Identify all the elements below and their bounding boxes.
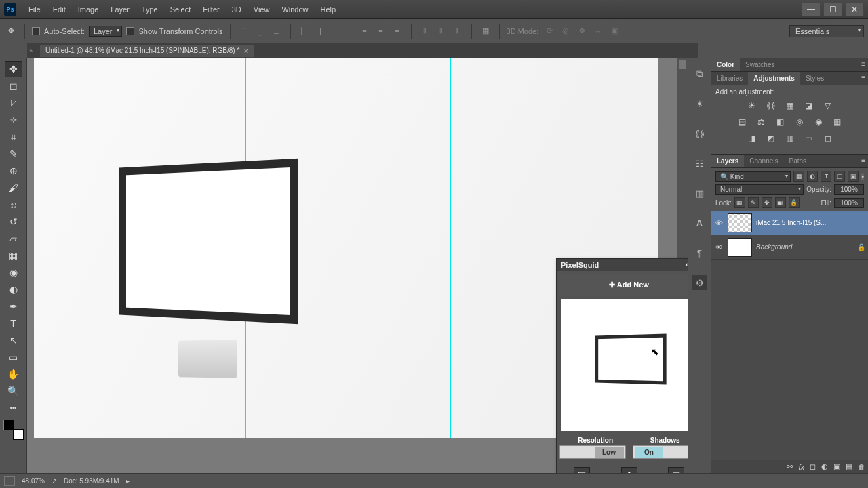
- menu-edit[interactable]: Edit: [47, 3, 71, 16]
- layer-filter-kind[interactable]: 🔍 Kind: [715, 171, 791, 182]
- visibility-icon[interactable]: 👁: [714, 219, 724, 227]
- filter-adjust-icon[interactable]: ◐: [807, 171, 818, 182]
- 3d-camera-icon[interactable]: ▣: [608, 24, 621, 38]
- tab-styles[interactable]: Styles: [800, 72, 829, 85]
- threshold-icon[interactable]: ▥: [783, 132, 797, 144]
- visibility-icon[interactable]: 👁: [714, 243, 724, 251]
- posterize-icon[interactable]: ◩: [764, 132, 778, 144]
- resolution-toggle[interactable]: Low: [559, 445, 626, 459]
- fill-value[interactable]: 100%: [834, 198, 864, 208]
- zoom-level[interactable]: 48.07%: [22, 477, 45, 485]
- dodge-tool[interactable]: ◐: [5, 281, 22, 298]
- layer-mask-icon[interactable]: ◻: [810, 462, 816, 471]
- clone-tool[interactable]: ⎌: [5, 197, 22, 213]
- layer-thumbnail[interactable]: [728, 238, 752, 257]
- histogram-panel-icon[interactable]: ⟪⟫: [692, 126, 707, 141]
- menu-file[interactable]: File: [23, 3, 46, 16]
- eraser-tool[interactable]: ▱: [5, 230, 22, 247]
- tab-channels[interactable]: Channels: [744, 155, 783, 167]
- invert-icon[interactable]: ◨: [745, 132, 759, 144]
- menu-image[interactable]: Image: [73, 3, 104, 16]
- tab-layers[interactable]: Layers: [711, 155, 744, 167]
- layer-row[interactable]: 👁 iMac 21.5 Inch-I15 (S...: [711, 211, 868, 235]
- distribute-vcenter-icon[interactable]: ≡: [374, 24, 388, 38]
- background-color-swatch[interactable]: [13, 429, 24, 440]
- document-close-icon[interactable]: ×: [243, 47, 248, 55]
- auto-select-checkbox[interactable]: [32, 27, 40, 35]
- embed-smart-object-button[interactable]: ▤ Embed Smart Object: [558, 467, 606, 473]
- brightness-panel-icon[interactable]: ☀: [692, 96, 707, 111]
- 3d-slide-icon[interactable]: ↔: [591, 24, 605, 38]
- tab-libraries[interactable]: Libraries: [711, 72, 748, 85]
- tab-adjustments[interactable]: Adjustments: [748, 72, 800, 85]
- selective-color-icon[interactable]: ◻: [821, 132, 835, 144]
- layer-name[interactable]: Background: [756, 243, 853, 251]
- opacity-value[interactable]: 100%: [834, 184, 864, 195]
- new-adjustment-icon[interactable]: ◐: [821, 462, 828, 471]
- minimize-button[interactable]: —: [802, 3, 821, 16]
- menu-filter[interactable]: Filter: [197, 3, 224, 16]
- foreground-color-swatch[interactable]: [3, 420, 14, 430]
- distribute-left-icon[interactable]: ⦀: [418, 24, 432, 38]
- lock-position-icon[interactable]: ✥: [762, 197, 772, 208]
- panel-menu-icon[interactable]: ≡: [861, 74, 865, 81]
- 3d-roll-icon[interactable]: ◎: [559, 24, 572, 38]
- history-panel-icon[interactable]: ⧉: [692, 66, 707, 81]
- info-panel-icon[interactable]: ☷: [692, 156, 707, 171]
- close-button[interactable]: ✕: [845, 3, 864, 16]
- levels-icon[interactable]: ⟪⟫: [764, 100, 778, 112]
- distribute-bottom-icon[interactable]: ≡: [391, 24, 404, 38]
- proof-icon[interactable]: [4, 476, 15, 486]
- move-tool[interactable]: ✥: [5, 61, 22, 77]
- filter-smart-icon[interactable]: ▣: [848, 171, 859, 182]
- doc-size[interactable]: Doc: 5.93M/9.41M: [64, 477, 119, 485]
- imac-object[interactable]: [108, 163, 312, 380]
- properties-panel-icon[interactable]: ▥: [692, 186, 707, 201]
- shape-tool[interactable]: ▭: [5, 349, 22, 365]
- menu-view[interactable]: View: [248, 3, 275, 16]
- align-top-icon[interactable]: ⎺: [237, 24, 251, 38]
- eyedropper-tool[interactable]: ✎: [5, 146, 22, 162]
- panel-menu-icon[interactable]: ≡: [861, 60, 865, 68]
- type-tool[interactable]: T: [5, 315, 22, 331]
- filter-toggle-icon[interactable]: •: [861, 173, 864, 180]
- new-group-icon[interactable]: ▣: [833, 462, 840, 471]
- distribute-top-icon[interactable]: ≡: [358, 24, 372, 38]
- lock-artboard-icon[interactable]: ▣: [775, 197, 786, 208]
- dock-collapse-icon[interactable]: »: [29, 47, 36, 54]
- show-transform-checkbox[interactable]: [126, 27, 134, 35]
- lut-icon[interactable]: ▦: [831, 116, 844, 128]
- channel-mixer-icon[interactable]: ◉: [812, 116, 825, 128]
- menu-window[interactable]: Window: [276, 3, 313, 16]
- history-brush-tool[interactable]: ↺: [5, 214, 22, 230]
- document-tab[interactable]: Untitled-1 @ 48.1% (iMac 21.5 Inch-I15 (…: [40, 45, 254, 57]
- balance-icon[interactable]: ⚖: [755, 116, 768, 128]
- tab-color[interactable]: Color: [711, 58, 740, 71]
- workspace-selector[interactable]: Essentials: [789, 25, 864, 37]
- lasso-tool[interactable]: ⟀: [5, 95, 22, 111]
- blur-tool[interactable]: ◉: [5, 264, 22, 281]
- align-bottom-icon[interactable]: ⎽: [270, 24, 283, 38]
- blend-mode-select[interactable]: Normal: [715, 184, 804, 195]
- menu-type[interactable]: Type: [136, 3, 163, 16]
- hue-icon[interactable]: ▤: [736, 116, 749, 128]
- hand-tool[interactable]: ✋: [5, 366, 22, 382]
- layer-row[interactable]: 👁 Background 🔒: [711, 235, 868, 260]
- auto-select-target[interactable]: Layer: [89, 26, 123, 37]
- crop-tool[interactable]: ⌗: [5, 129, 22, 145]
- menu-3d[interactable]: 3D: [226, 3, 247, 16]
- maximize-button[interactable]: ☐: [823, 3, 842, 16]
- distribute-hcenter-icon[interactable]: ⦀: [435, 24, 448, 38]
- auto-align-icon[interactable]: ▦: [479, 24, 492, 38]
- align-left-icon[interactable]: ⎸: [298, 24, 311, 38]
- brightness-icon[interactable]: ☀: [745, 100, 759, 112]
- embed-layers-button[interactable]: ❖ Embed Layers: [606, 467, 653, 473]
- align-hcenter-icon[interactable]: |: [314, 24, 328, 38]
- path-selection-tool[interactable]: ↖: [5, 332, 22, 348]
- curves-icon[interactable]: ▦: [783, 100, 797, 112]
- shadows-toggle[interactable]: On: [633, 445, 688, 459]
- canvas-area[interactable]: PixelSquid » ≡ ✚ Add New ⬉ Resolution Sh…: [27, 58, 688, 473]
- exposure-icon[interactable]: ◪: [802, 100, 816, 112]
- menu-help[interactable]: Help: [315, 3, 342, 16]
- zoom-tool[interactable]: 🔍: [5, 383, 22, 399]
